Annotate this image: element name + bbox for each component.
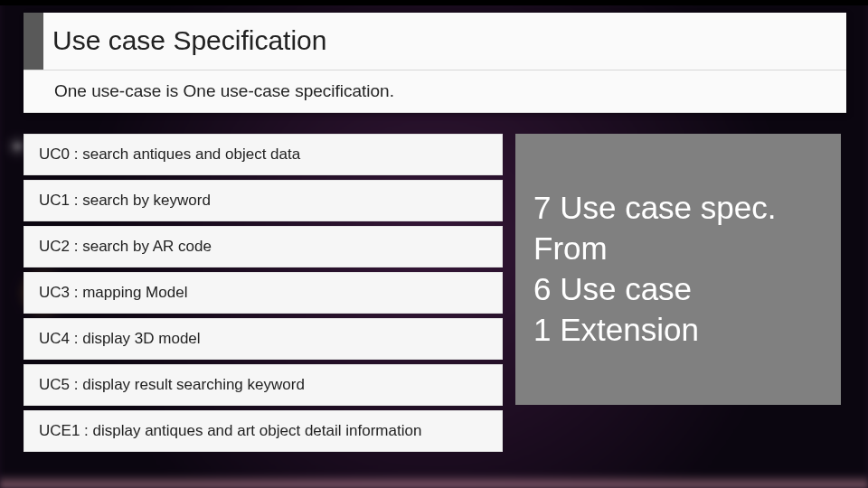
summary-line: 1 Extension bbox=[533, 310, 825, 351]
header-card: Use case Specification One use-case is O… bbox=[24, 13, 846, 113]
list-item: UC2 : search by AR code bbox=[24, 226, 503, 267]
page-title: Use case Specification bbox=[43, 13, 336, 70]
usecase-list: UC0 : search antiques and object data UC… bbox=[24, 134, 503, 468]
summary-line: 7 Use case spec. bbox=[533, 188, 825, 229]
title-row: Use case Specification bbox=[24, 13, 846, 70]
list-item: UCE1 : display antiques and art object d… bbox=[24, 410, 503, 452]
list-item: UC0 : search antiques and object data bbox=[24, 134, 503, 175]
summary-line: 6 Use case bbox=[533, 269, 825, 310]
list-item: UC4 : display 3D model bbox=[24, 318, 503, 360]
list-item: UC3 : mapping Model bbox=[24, 272, 503, 314]
summary-panel: 7 Use case spec. From 6 Use case 1 Exten… bbox=[515, 134, 841, 405]
subtitle: One use-case is One use-case specificati… bbox=[24, 70, 846, 113]
top-frame-bar bbox=[0, 0, 868, 5]
content-area: UC0 : search antiques and object data UC… bbox=[24, 134, 846, 468]
list-item: UC1 : search by keyword bbox=[24, 180, 503, 221]
list-item: UC5 : display result searching keyword bbox=[24, 364, 503, 406]
summary-line: From bbox=[533, 229, 825, 269]
title-accent-bar bbox=[24, 13, 43, 70]
